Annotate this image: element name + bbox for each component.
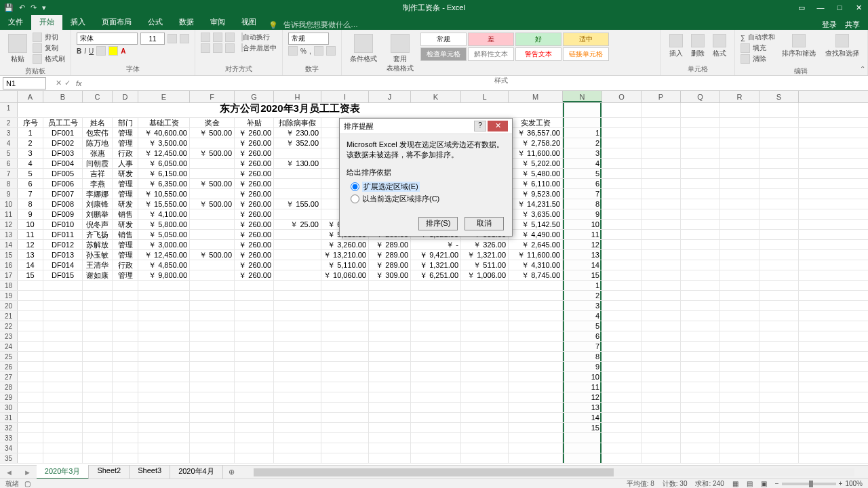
cell[interactable] <box>642 443 681 453</box>
cell[interactable] <box>235 433 274 443</box>
cell[interactable] <box>681 433 720 443</box>
cell[interactable] <box>760 220 799 229</box>
decrease-font-icon[interactable] <box>180 34 189 43</box>
cell[interactable] <box>235 352 274 361</box>
cell[interactable]: ￥ 5,050.00 <box>138 230 190 239</box>
cell[interactable] <box>235 382 274 392</box>
cell[interactable]: ￥ 6,350.00 <box>138 179 190 188</box>
cell[interactable] <box>274 342 321 351</box>
cell[interactable] <box>274 403 321 412</box>
cell[interactable] <box>602 159 642 168</box>
cell[interactable]: ￥ 9,421.00 <box>411 250 461 260</box>
cell[interactable] <box>642 291 681 300</box>
cell[interactable] <box>602 321 642 331</box>
cell-style[interactable]: 警告文本 <box>515 47 561 61</box>
cell[interactable] <box>369 453 411 463</box>
cell[interactable] <box>681 321 720 331</box>
cell[interactable] <box>760 382 799 392</box>
cell[interactable] <box>321 413 369 422</box>
cell[interactable] <box>760 179 799 188</box>
cell[interactable]: 销售 <box>113 209 138 219</box>
cell[interactable] <box>720 392 760 402</box>
collapse-ribbon-icon[interactable]: ⌃ <box>860 65 865 73</box>
cell[interactable] <box>602 169 642 178</box>
cell[interactable]: ￥ 260.00 <box>235 230 274 239</box>
row-header[interactable]: 23 <box>0 331 18 341</box>
cell[interactable] <box>461 362 509 371</box>
cell[interactable]: 12 <box>563 240 602 249</box>
cell[interactable] <box>138 342 190 351</box>
cell[interactable]: ￥ 260.00 <box>235 220 274 229</box>
cell[interactable] <box>190 342 235 351</box>
currency-icon[interactable] <box>288 46 298 56</box>
cell[interactable] <box>190 372 235 382</box>
cell[interactable] <box>509 281 563 290</box>
cell[interactable]: ￥ 5,110.00 <box>321 260 369 270</box>
sort-button[interactable]: 排序(S) <box>418 217 458 230</box>
cell[interactable] <box>602 342 642 351</box>
cell[interactable] <box>602 281 642 290</box>
cell[interactable] <box>321 362 369 371</box>
cell[interactable] <box>720 311 760 321</box>
cell[interactable] <box>602 352 642 361</box>
cell[interactable] <box>720 159 760 168</box>
row-header[interactable]: 14 <box>0 240 18 249</box>
cell[interactable] <box>190 240 235 249</box>
cell[interactable] <box>720 372 760 382</box>
cell[interactable] <box>509 453 563 463</box>
cell[interactable] <box>321 392 369 402</box>
cell[interactable] <box>138 372 190 382</box>
format-cells-button[interactable]: 格式 <box>710 33 729 60</box>
cell[interactable] <box>235 372 274 382</box>
col-header[interactable]: Q <box>681 91 720 102</box>
cell[interactable] <box>18 281 43 290</box>
cell[interactable] <box>642 128 681 138</box>
row-header[interactable]: 10 <box>0 199 18 209</box>
cell[interactable] <box>602 270 642 280</box>
name-box[interactable] <box>3 77 46 89</box>
cell-style[interactable]: 检查单元格 <box>420 47 467 61</box>
cell[interactable] <box>642 240 681 249</box>
cell[interactable] <box>681 443 720 453</box>
cell[interactable] <box>642 103 681 117</box>
cell[interactable]: 闫朝霞 <box>83 159 113 168</box>
cell[interactable] <box>190 209 235 219</box>
cell[interactable] <box>461 321 509 331</box>
cell[interactable] <box>83 342 113 351</box>
cell[interactable] <box>642 423 681 432</box>
sheet-nav-prev-icon[interactable]: ◄ <box>0 468 18 476</box>
cell[interactable] <box>18 433 43 443</box>
cell[interactable]: 9 <box>18 209 43 219</box>
row-header[interactable]: 7 <box>0 169 18 178</box>
cell[interactable] <box>235 403 274 412</box>
cell[interactable] <box>369 423 411 432</box>
cell[interactable] <box>83 281 113 290</box>
cell[interactable] <box>461 352 509 361</box>
row-header[interactable]: 25 <box>0 352 18 361</box>
cell[interactable] <box>642 372 681 382</box>
cell[interactable] <box>190 291 235 300</box>
cell[interactable] <box>190 189 235 199</box>
cell[interactable] <box>760 453 799 463</box>
cell[interactable] <box>18 382 43 392</box>
cell[interactable] <box>113 382 138 392</box>
row-header[interactable]: 17 <box>0 270 18 280</box>
col-header[interactable]: K <box>411 91 461 102</box>
cell[interactable]: 5 <box>18 169 43 178</box>
cell[interactable] <box>18 443 43 453</box>
cell[interactable]: 管理 <box>113 128 138 138</box>
cell[interactable] <box>509 362 563 371</box>
cell[interactable]: 倪冬声 <box>83 220 113 229</box>
cell[interactable]: ￥ 5,800.00 <box>138 220 190 229</box>
cell[interactable] <box>83 331 113 341</box>
cell[interactable] <box>43 342 83 351</box>
cell[interactable] <box>274 270 321 280</box>
tab-文件[interactable]: 文件 <box>0 14 31 30</box>
cell[interactable] <box>18 321 43 331</box>
cell[interactable] <box>760 403 799 412</box>
cell[interactable] <box>43 453 83 463</box>
row-header[interactable]: 2 <box>0 118 18 127</box>
cell[interactable]: 13 <box>563 250 602 260</box>
cell[interactable] <box>235 331 274 341</box>
cell[interactable]: ￥ 3,500.00 <box>138 138 190 148</box>
